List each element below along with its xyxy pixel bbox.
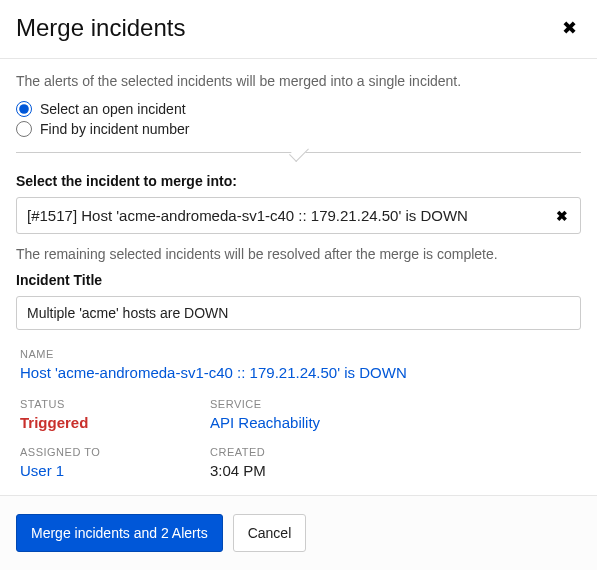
clear-selection-icon[interactable]: ✖	[554, 209, 570, 223]
radio-select-open-incident[interactable]: Select an open incident	[16, 99, 581, 119]
section-divider	[16, 147, 581, 159]
detail-service-link[interactable]: API Reachability	[210, 414, 320, 431]
detail-assigned-link[interactable]: User 1	[20, 462, 64, 479]
select-incident-label: Select the incident to merge into:	[16, 173, 581, 189]
radio-find-by-number-label: Find by incident number	[40, 121, 189, 137]
detail-status-value: Triggered	[20, 414, 170, 431]
detail-status-block: STATUS Triggered	[20, 398, 170, 432]
merge-button[interactable]: Merge incidents and 2 Alerts	[16, 514, 223, 552]
merge-incidents-modal: Merge incidents ✖ The alerts of the sele…	[0, 0, 597, 570]
detail-created-block: CREATED 3:04 PM	[210, 446, 360, 480]
remaining-info-text: The remaining selected incidents will be…	[16, 246, 581, 262]
detail-name-link[interactable]: Host 'acme-andromeda-sv1-c40 :: 179.21.2…	[20, 364, 407, 381]
incident-title-label: Incident Title	[16, 272, 581, 288]
radio-select-open-label: Select an open incident	[40, 101, 186, 117]
notch-icon	[289, 142, 309, 162]
incident-select[interactable]: [#1517] Host 'acme-andromeda-sv1-c40 :: …	[16, 197, 581, 234]
detail-status-label: STATUS	[20, 398, 170, 410]
detail-service-block: SERVICE API Reachability	[210, 398, 360, 432]
radio-select-open-input[interactable]	[16, 101, 32, 117]
close-icon: ✖	[562, 18, 577, 38]
detail-created-value: 3:04 PM	[210, 462, 360, 479]
detail-name-block: NAME Host 'acme-andromeda-sv1-c40 :: 179…	[20, 348, 577, 382]
close-button[interactable]: ✖	[558, 15, 581, 41]
cancel-button[interactable]: Cancel	[233, 514, 307, 552]
modal-header: Merge incidents ✖	[0, 0, 597, 59]
modal-body: The alerts of the selected incidents wil…	[0, 59, 597, 495]
modal-footer: Merge incidents and 2 Alerts Cancel	[0, 495, 597, 570]
radio-find-by-number-input[interactable]	[16, 121, 32, 137]
incident-details: NAME Host 'acme-andromeda-sv1-c40 :: 179…	[16, 348, 581, 480]
detail-row-status-service: STATUS Triggered SERVICE API Reachabilit…	[20, 398, 577, 432]
detail-assigned-block: ASSIGNED TO User 1	[20, 446, 170, 480]
radio-find-by-number[interactable]: Find by incident number	[16, 119, 581, 139]
modal-title: Merge incidents	[16, 14, 185, 42]
merge-mode-radio-group: Select an open incident Find by incident…	[16, 99, 581, 139]
merge-help-text: The alerts of the selected incidents wil…	[16, 73, 581, 89]
detail-assigned-label: ASSIGNED TO	[20, 446, 170, 458]
incident-select-value: [#1517] Host 'acme-andromeda-sv1-c40 :: …	[27, 207, 468, 224]
incident-title-input[interactable]	[16, 296, 581, 330]
detail-created-label: CREATED	[210, 446, 360, 458]
detail-row-assigned-created: ASSIGNED TO User 1 CREATED 3:04 PM	[20, 446, 577, 480]
detail-service-label: SERVICE	[210, 398, 360, 410]
detail-name-label: NAME	[20, 348, 577, 360]
